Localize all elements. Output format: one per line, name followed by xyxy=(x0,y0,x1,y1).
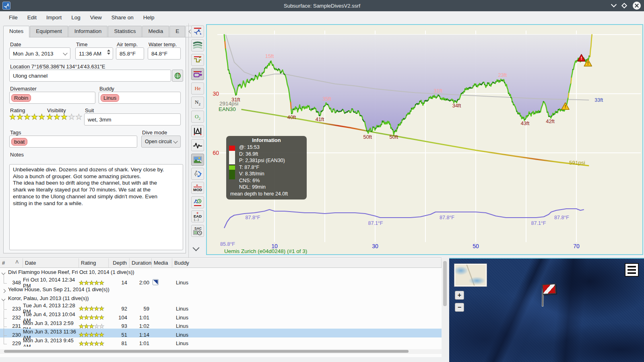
map-menu-button[interactable] xyxy=(625,263,639,277)
dive-row[interactable]: 233Tue Jun 4, 2013 12:28 PM★★★★★9259Linu… xyxy=(0,302,442,311)
notes-textarea[interactable]: Unbelievable dive. Dozens and dozens of … xyxy=(9,164,183,250)
expand-chevron-icon[interactable] xyxy=(2,289,6,293)
pp-nitrogen-toggle-button[interactable]: N2 xyxy=(191,97,204,109)
collapse-chevron-icon[interactable] xyxy=(2,297,6,301)
menu-item-share-on[interactable]: Share on xyxy=(107,13,138,22)
svg-text:87.8°F: 87.8°F xyxy=(440,215,454,220)
vertical-scrollbar[interactable] xyxy=(442,258,448,357)
dive-site-map[interactable]: + − xyxy=(449,258,644,362)
tank-bar-toggle-button[interactable] xyxy=(191,68,204,80)
dive-mode-select[interactable]: Open circuit xyxy=(141,136,181,148)
trip-row[interactable]: Divi Flamingo House Reef, Fri Oct 10, 20… xyxy=(0,268,442,277)
info-box-row: NDL: 99min xyxy=(229,184,303,191)
menu-item-edit[interactable]: Edit xyxy=(23,13,41,22)
water-temp-field[interactable]: 84.8°F xyxy=(148,47,181,60)
tab-notes[interactable]: Notes xyxy=(3,26,29,37)
scrollbar-thumb[interactable] xyxy=(443,261,447,306)
tags-input[interactable]: boat xyxy=(9,136,137,148)
maximize-icon[interactable] xyxy=(621,3,627,8)
pp-helium-toggle-button[interactable]: He xyxy=(191,82,204,95)
water-type-toggle-button[interactable] xyxy=(191,39,204,51)
heart-rate-toggle-button[interactable] xyxy=(191,139,204,151)
tank-purple-icon xyxy=(193,70,202,78)
diver-arrows-toggle-button[interactable] xyxy=(191,168,204,180)
dive-row[interactable]: 232Tue Jun 4, 2013 10:04 AM★★★★★1041:01L… xyxy=(0,311,442,320)
column-header-num[interactable]: # ᐱ xyxy=(0,258,23,267)
menu-item-file[interactable]: File xyxy=(4,13,23,22)
minimize-icon[interactable] xyxy=(611,2,617,7)
tab-information[interactable]: Information xyxy=(68,26,108,37)
pictures-toggle-button[interactable] xyxy=(191,154,204,166)
map-zoom-in-button[interactable]: + xyxy=(455,291,464,300)
column-header-buddy[interactable]: Buddy xyxy=(172,258,442,267)
location-label: Location 7°16'58.386"N 134°14'43.631"E xyxy=(10,64,105,70)
buddy-chip[interactable]: Linus xyxy=(101,94,119,102)
date-combobox[interactable]: Mon Jun 3, 2013 xyxy=(9,47,70,60)
dive-row[interactable]: 229Mon Jun 3, 2013 9:45 AM★★★★★811:01Lin… xyxy=(0,337,442,346)
suit-input[interactable]: wet, 3mm xyxy=(84,113,181,125)
trip-row[interactable]: Koror, Palau, Jun 2013 (11 dive(s)) xyxy=(0,294,442,303)
spinner-arrows-icon[interactable] xyxy=(107,49,110,55)
dive-profile-chart[interactable]: 30601030507031ft15ft40ft41ft35ft50ft50ft… xyxy=(206,24,643,255)
dive-date: Mon Jun 3, 2013 9:45 AM xyxy=(23,337,79,347)
dive-row[interactable]: 348Fri Oct 10, 2014 12:34 PM★★★★★142:00L… xyxy=(0,277,442,286)
trip-label: Yellow House, Sun Sep 21, 2014 (1 dive(s… xyxy=(8,286,109,292)
menu-item-log[interactable]: Log xyxy=(66,13,85,22)
air-temp-field[interactable]: 85.8°F xyxy=(116,47,144,60)
suit-label: Suit xyxy=(85,107,94,113)
collapse-chevron-icon[interactable] xyxy=(2,271,6,275)
close-icon[interactable] xyxy=(633,2,641,10)
tab-statistics[interactable]: Statistics xyxy=(108,26,142,37)
pp-oxygen-toggle-button[interactable]: O2 xyxy=(191,111,204,123)
dive-flag-marker[interactable] xyxy=(537,280,560,308)
dive-row[interactable]: 231Mon Jun 3, 2013 2:59 PM★★★★★931:02Lin… xyxy=(0,320,442,329)
dive-time-toggle-button[interactable] xyxy=(191,196,204,208)
calculated-ceiling-toggle-button[interactable] xyxy=(191,54,204,66)
mod-toggle-button[interactable]: +MOD xyxy=(191,182,204,194)
divemaster-chip[interactable]: Robin xyxy=(11,94,31,102)
scrollbar-thumb[interactable] xyxy=(4,350,409,353)
tag-chip[interactable]: boat xyxy=(11,138,27,146)
dc-ceiling-toggle-button[interactable] xyxy=(191,25,204,37)
map-overview-thumbnail[interactable] xyxy=(454,263,487,287)
dive-rating-stars: ★★★★★ xyxy=(79,331,109,338)
info-box-row: @: 15:53 xyxy=(229,144,303,151)
sac-toggle-button[interactable]: SAC xyxy=(191,225,204,237)
dive-rating-stars: ★★★★★ xyxy=(79,314,109,321)
horizontal-scrollbar[interactable] xyxy=(0,349,442,354)
column-header-rating[interactable]: Rating xyxy=(79,258,109,267)
tab-e[interactable]: E xyxy=(169,26,185,37)
dive-list: # ᐱDateRatingDepthDurationMediaBuddy Div… xyxy=(0,257,442,357)
svg-text:41ft: 41ft xyxy=(316,116,324,122)
collapse-chevron-icon[interactable] xyxy=(193,245,200,251)
tab-equipment[interactable]: Equipment xyxy=(30,26,68,37)
ceiling-step-icon xyxy=(193,56,202,64)
svg-text:50ft: 50ft xyxy=(389,134,398,140)
ead-toggle-button[interactable]: +EAD(...) xyxy=(191,210,204,222)
globe-button[interactable] xyxy=(172,70,183,82)
menu-item-import[interactable]: Import xyxy=(41,13,66,22)
profile-toolbar: HeN2O2+MOD+EAD(...)SAC xyxy=(188,23,206,257)
svg-text:15ft: 15ft xyxy=(265,53,274,59)
reported-ceiling-toggle-button[interactable] xyxy=(191,125,204,137)
media-thumbnail-icon[interactable] xyxy=(153,279,159,285)
time-spinner[interactable]: 11:36 AM xyxy=(75,47,113,60)
visibility-stars[interactable]: ★★★★★ xyxy=(46,112,83,121)
tab-media[interactable]: Media xyxy=(142,26,169,37)
column-header-date[interactable]: Date xyxy=(23,258,79,267)
menu-item-help[interactable]: Help xyxy=(138,13,159,22)
location-input[interactable]: Ulong channel xyxy=(9,70,171,82)
svg-text:42ft: 42ft xyxy=(546,118,555,124)
map-zoom-out-button[interactable]: − xyxy=(455,303,464,312)
trip-row[interactable]: Yellow House, Sun Sep 21, 2014 (1 dive(s… xyxy=(0,285,442,294)
column-header-duration[interactable]: Duration xyxy=(130,258,152,267)
dive-depth: 14 xyxy=(109,280,130,286)
menu-item-view[interactable]: View xyxy=(85,13,107,22)
buddy-input[interactable]: Linus xyxy=(99,92,181,104)
column-header-media[interactable]: Media xyxy=(152,258,172,267)
column-header-depth[interactable]: Depth xyxy=(109,258,130,267)
rating-stars[interactable]: ★★★★★ xyxy=(9,112,45,121)
dive-row[interactable]: 230Mon Jun 3, 2013 11:36 AM★★★★★511:14Li… xyxy=(0,329,442,337)
globe-icon xyxy=(174,72,181,79)
divemaster-input[interactable]: Robin xyxy=(9,92,95,104)
